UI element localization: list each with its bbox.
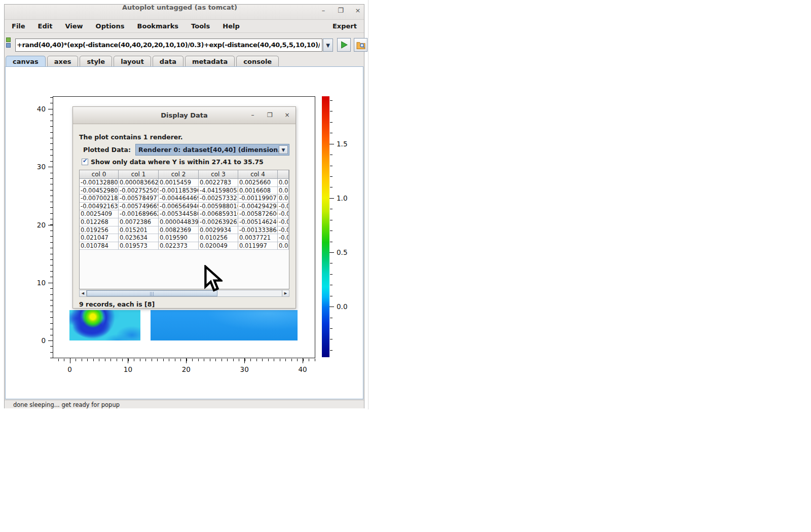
inspect-uri-button[interactable]: [354, 38, 367, 52]
colorbar-tick-label: 1.5: [337, 140, 347, 148]
table-cell[interactable]: 0.00: [278, 195, 289, 203]
uri-dropdown-button[interactable]: ▼: [323, 39, 333, 52]
table-cell[interactable]: -0.0: [278, 210, 289, 218]
table-cell[interactable]: -0.001689662...: [119, 210, 159, 218]
table-cell[interactable]: 0.022373: [159, 242, 199, 250]
table-cell[interactable]: 0.00: [278, 179, 289, 187]
menu-item-edit[interactable]: Edit: [38, 22, 53, 30]
table-cell[interactable]: -4.041598058...: [199, 187, 238, 195]
table-cell[interactable]: 0.00: [278, 242, 289, 250]
tab-axes[interactable]: axes: [47, 56, 79, 67]
table-cell[interactable]: 0.010784: [80, 242, 119, 250]
table-cell[interactable]: -0.005872606...: [238, 210, 278, 218]
tab-style[interactable]: style: [80, 56, 112, 67]
column-header[interactable]: col 4: [238, 170, 278, 179]
menu-item-file[interactable]: File: [12, 22, 25, 30]
dialog-maximize-icon[interactable]: ❐: [266, 111, 274, 119]
tab-metadata[interactable]: metadata: [185, 56, 235, 67]
window-minimize-icon[interactable]: –: [319, 7, 328, 15]
scroll-left-icon[interactable]: ◀: [80, 290, 87, 296]
window-maximize-icon[interactable]: ❐: [336, 7, 345, 15]
table-cell[interactable]: 0.0037721: [238, 234, 278, 242]
menu-item-help[interactable]: Help: [223, 22, 239, 30]
table-cell[interactable]: 0.019590: [159, 234, 199, 242]
table-cell[interactable]: -0.0: [278, 234, 289, 242]
table-cell[interactable]: -0.005344580...: [159, 210, 199, 218]
table-cell[interactable]: -0.001328804...: [80, 179, 119, 187]
table-cell[interactable]: 0.00: [278, 187, 289, 195]
y-filter-checkbox[interactable]: ✔: [82, 159, 88, 165]
table-cell[interactable]: -0.004529800...: [80, 187, 119, 195]
colorbar-tick-label: 0.5: [337, 248, 347, 256]
menu-item-bookmarks[interactable]: Bookmarks: [137, 22, 179, 30]
table-cell[interactable]: -0.0: [278, 226, 289, 235]
table-cell[interactable]: 0.010256: [199, 234, 238, 242]
table-cell[interactable]: -0.004464469...: [159, 195, 199, 203]
combo-chevron-down-icon[interactable]: ▼: [279, 145, 288, 154]
tab-layout[interactable]: layout: [114, 56, 151, 67]
go-plot-button[interactable]: [337, 38, 351, 52]
table-cell[interactable]: 0.015201: [119, 226, 159, 235]
table-cell[interactable]: 0.0025409: [80, 210, 119, 218]
table-cell[interactable]: -0.001199077...: [238, 195, 278, 203]
column-header[interactable]: col 0: [80, 170, 119, 179]
table-cell[interactable]: 0.019256: [80, 226, 119, 235]
table-cell[interactable]: -0.001333864...: [238, 226, 278, 235]
scroll-right-icon[interactable]: ▶: [282, 290, 289, 296]
dialog-minimize-icon[interactable]: –: [248, 111, 257, 119]
menu-item-view[interactable]: View: [65, 22, 83, 30]
table-cell[interactable]: 0.011997: [238, 242, 278, 250]
table-cell[interactable]: 0.019573: [119, 242, 159, 250]
column-header[interactable]: col 3: [199, 170, 238, 179]
uri-input[interactable]: [17, 40, 320, 50]
horizontal-scrollbar[interactable]: ◀ ▶: [79, 290, 289, 297]
table-cell[interactable]: -0.004294298...: [238, 203, 278, 211]
table-cell[interactable]: -0.005146240...: [238, 218, 278, 226]
table-cell[interactable]: -0.0: [278, 203, 289, 211]
table-cell[interactable]: -0.006564946...: [159, 203, 199, 211]
table-cell[interactable]: -0.005784977...: [119, 195, 159, 203]
table-cell[interactable]: 0.0029934: [199, 226, 238, 235]
table-cell[interactable]: 0.0015459: [159, 179, 199, 187]
table-cell[interactable]: 0.020049: [199, 242, 238, 250]
column-header[interactable]: col 1: [119, 170, 159, 179]
tab-canvas[interactable]: canvas: [6, 56, 46, 67]
menu-item-tools[interactable]: Tools: [191, 22, 210, 30]
table-cell[interactable]: 0.0022783: [199, 179, 238, 187]
table-cell[interactable]: -0.002752505...: [119, 187, 159, 195]
dialog-close-icon[interactable]: ×: [283, 111, 291, 119]
table-cell[interactable]: -0.002573321...: [199, 195, 238, 203]
table-cell[interactable]: -0.0: [278, 218, 289, 226]
table-cell[interactable]: 0.0016608: [238, 187, 278, 195]
table-cell[interactable]: -0.001185396...: [159, 187, 199, 195]
table-cell[interactable]: -0.005988016...: [199, 203, 238, 211]
table-cell[interactable]: 0.0072386: [119, 218, 159, 226]
column-header[interactable]: col 2: [159, 170, 199, 179]
table-cell[interactable]: 0.021047: [80, 234, 119, 242]
table-cell[interactable]: -0.004921634...: [80, 203, 119, 211]
table-cell[interactable]: 0.000083662: [119, 179, 159, 187]
tab-data[interactable]: data: [153, 56, 183, 67]
table-cell[interactable]: 0.0082369: [159, 226, 199, 235]
table-cell[interactable]: 0.023634: [119, 234, 159, 242]
column-header[interactable]: [278, 170, 289, 179]
renderer-count-text: The plot contains 1 renderer.: [79, 133, 182, 141]
table-cell[interactable]: -0.007002187...: [80, 195, 119, 203]
heatmap-strip-right[interactable]: [151, 310, 298, 340]
table-cell[interactable]: 0.012268: [80, 218, 119, 226]
table-cell[interactable]: 0.0025660: [238, 179, 278, 187]
uri-field[interactable]: [15, 39, 322, 52]
table-cell[interactable]: -0.006859316...: [199, 210, 238, 218]
desktop: { "window": { "title": "Autoplot untagge…: [0, 0, 811, 532]
table-cell[interactable]: 0.000044839: [159, 218, 199, 226]
heatmap-strip-left[interactable]: [69, 310, 140, 340]
window-close-icon[interactable]: ×: [353, 7, 362, 15]
tab-console[interactable]: console: [236, 56, 279, 67]
menu-item-options[interactable]: Options: [96, 22, 125, 30]
table-cell[interactable]: -0.005749665...: [119, 203, 159, 211]
expert-toggle[interactable]: Expert: [333, 22, 357, 30]
scrollbar-thumb[interactable]: [87, 290, 217, 296]
plotted-data-combobox[interactable]: Renderer 0: dataset[40,40] (dimension...…: [135, 144, 289, 156]
table-row: -0.007002187...-0.005784977...-0.0044644…: [80, 195, 289, 203]
table-cell[interactable]: -0.002639263...: [199, 218, 238, 226]
